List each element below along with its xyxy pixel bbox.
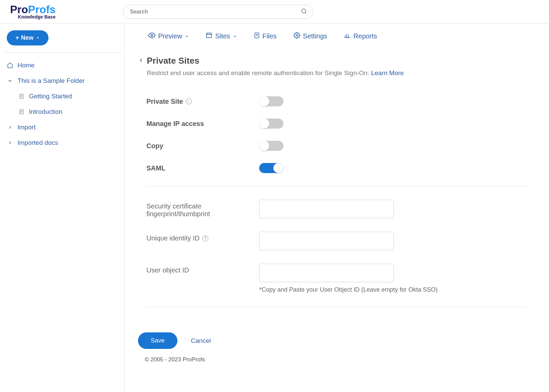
setting-private-site: Private Site i [146, 90, 527, 112]
setting-label: Manage IP access [146, 120, 204, 128]
toggle-knob [259, 141, 269, 151]
divider [146, 186, 527, 186]
toggle-copy[interactable] [259, 141, 283, 151]
home-icon [7, 62, 13, 68]
file-icon [254, 32, 260, 40]
toggle-manage-ip[interactable] [259, 119, 283, 129]
sidebar-item-label: Getting Started [29, 93, 72, 100]
page-subtitle: Restrict end user access and enable remo… [147, 69, 371, 76]
setting-manage-ip: Manage IP access [146, 112, 527, 135]
svg-point-16 [296, 35, 298, 36]
window-icon [206, 32, 212, 40]
help-icon[interactable]: ? [202, 235, 208, 241]
cert-input[interactable] [259, 200, 394, 218]
setting-saml: SAML [146, 157, 527, 179]
save-button[interactable]: Save [138, 332, 177, 349]
content: Preview Sites Files [125, 24, 549, 392]
field-cert: Security certificate fingerprint/thumbpr… [146, 193, 527, 225]
svg-rect-11 [207, 33, 212, 37]
chevron-down-icon [36, 34, 40, 41]
unique-id-input[interactable] [259, 232, 394, 250]
sidebar-item-label: Home [18, 62, 35, 69]
gear-icon [294, 32, 300, 40]
toggle-private-site[interactable] [259, 96, 283, 106]
svg-point-0 [302, 9, 306, 13]
nav-label: Files [263, 32, 277, 40]
field-label: Security certificate fingerprint/thumbpr… [146, 200, 259, 218]
field-user-obj: User object ID *Copy and Paste your User… [146, 257, 527, 300]
sidebar: + New Home This is a Sample Folder [0, 24, 125, 392]
divider [146, 307, 527, 307]
search-box [123, 5, 313, 19]
document-icon [18, 93, 25, 99]
footer: © 2005 - 2023 ProProfs [125, 352, 549, 367]
nav-settings[interactable]: Settings [294, 32, 327, 41]
svg-line-1 [305, 12, 306, 13]
chevron-right-icon [7, 125, 13, 130]
sidebar-item-getting-started[interactable]: Getting Started [3, 89, 121, 104]
info-icon[interactable]: i [186, 98, 192, 104]
search-input[interactable] [123, 5, 313, 19]
page-title: Private Sites [147, 56, 199, 66]
back-icon[interactable] [138, 57, 144, 65]
chevron-down-icon [7, 78, 13, 84]
sidebar-item-home[interactable]: Home [3, 58, 121, 73]
logo-profs: Profs [28, 3, 56, 15]
search-icon[interactable] [301, 8, 307, 15]
chevron-down-icon [233, 32, 237, 40]
sidebar-item-label: Introduction [29, 108, 62, 116]
nav-label: Settings [303, 32, 327, 40]
sidebar-item-label: Import [18, 124, 36, 131]
setting-label: Private Site [146, 98, 183, 105]
nav-label: Preview [158, 32, 182, 40]
learn-more-link[interactable]: Learn More [371, 69, 404, 76]
sidebar-item-label: Imported docs [18, 139, 58, 146]
eye-icon [148, 32, 156, 41]
sidebar-item-sample-folder[interactable]: This is a Sample Folder [3, 73, 121, 89]
sidebar-item-label: This is a Sample Folder [18, 77, 85, 85]
toggle-knob [259, 96, 269, 106]
settings-form: Private Site i Manage IP access Co [125, 80, 549, 324]
header: ProProfs Knowledge Base [0, 0, 549, 24]
logo[interactable]: ProProfs Knowledge Base [10, 4, 56, 20]
cancel-button[interactable]: Cancel [191, 337, 211, 345]
nav-files[interactable]: Files [254, 32, 277, 41]
field-hint: *Copy and Paste your User Object ID (Lea… [259, 286, 527, 293]
setting-copy: Copy [146, 135, 527, 157]
nav-label: Sites [215, 32, 230, 40]
button-row: Save Cancel [125, 324, 549, 352]
nav-reports[interactable]: Reports [344, 32, 377, 41]
page-header: Private Sites Restrict end user access a… [125, 49, 549, 80]
chart-icon [344, 32, 351, 40]
field-label: User object ID [146, 264, 259, 274]
toggle-knob [259, 119, 269, 129]
chevron-down-icon [185, 32, 189, 40]
sidebar-item-imported-docs[interactable]: Imported docs [3, 135, 121, 151]
setting-label: Copy [146, 142, 163, 150]
nav-preview[interactable]: Preview [148, 32, 189, 41]
sidebar-item-introduction[interactable]: Introduction [3, 104, 121, 120]
new-button[interactable]: + New [7, 30, 48, 45]
field-unique-id: Unique identity ID ? [146, 225, 527, 257]
document-icon [18, 109, 25, 115]
logo-pro: Pro [10, 3, 28, 15]
toggle-saml[interactable] [259, 163, 283, 173]
sidebar-tree: Home This is a Sample Folder Getting Sta… [3, 52, 121, 151]
top-nav: Preview Sites Files [125, 24, 549, 49]
chevron-right-icon [7, 140, 13, 145]
plus-icon: + [15, 34, 19, 41]
sidebar-item-import[interactable]: Import [3, 120, 121, 135]
nav-sites[interactable]: Sites [206, 32, 237, 41]
svg-point-10 [151, 34, 153, 36]
user-obj-input[interactable] [259, 264, 394, 282]
setting-label: SAML [146, 164, 166, 172]
nav-label: Reports [353, 32, 377, 40]
toggle-knob [273, 163, 283, 173]
new-button-label: New [21, 34, 34, 41]
field-label: Unique identity ID [146, 234, 200, 242]
